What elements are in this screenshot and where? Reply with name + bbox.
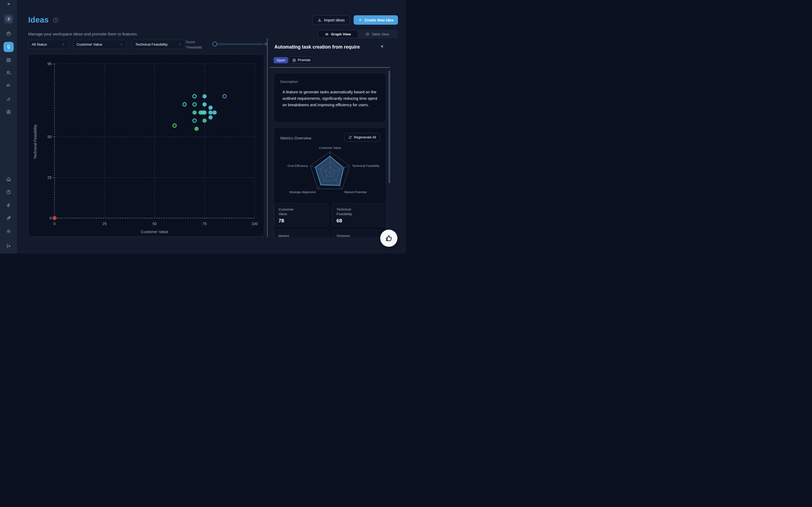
users-icon (6, 70, 11, 75)
idea-point[interactable] (209, 116, 212, 119)
idea-point[interactable] (53, 216, 56, 220)
idea-point[interactable] (209, 111, 212, 115)
idea-point[interactable] (173, 124, 176, 127)
sidebar-item-account[interactable] (6, 109, 11, 115)
dashboard-icon (6, 57, 11, 63)
sidebar-item-ideas[interactable] (3, 42, 14, 52)
idea-point[interactable] (193, 119, 196, 122)
idea-point[interactable] (193, 111, 197, 115)
ideas-scatter-panel: 02550950255075100Customer ValueTechnical… (28, 54, 264, 237)
panel-scrollbar[interactable] (389, 70, 390, 183)
status-badge[interactable]: Open (273, 57, 288, 63)
y-metric-select[interactable]: Technical Feasibility (132, 40, 185, 49)
y-tick-label: 95 (47, 62, 52, 66)
description-card: Description A feature to generate tasks … (273, 73, 386, 122)
metric-cards-grid: Customer Value78Technical Feasibility68M… (274, 203, 387, 237)
slider-handle[interactable] (212, 42, 217, 46)
sidebar-item-logout[interactable] (6, 243, 11, 249)
sidebar-item-dashboard[interactable] (6, 57, 11, 63)
chevron-up-down-icon (120, 43, 123, 46)
metric-card-label: Market Potential (278, 234, 303, 237)
metric-card-value: 78 (278, 218, 324, 224)
score-threshold-slider[interactable] (215, 43, 264, 45)
idea-point[interactable] (195, 127, 198, 131)
sun-icon (6, 229, 11, 234)
sidebar-item-integrations[interactable] (6, 83, 11, 89)
idea-point[interactable] (213, 111, 216, 115)
regenerate-all-button[interactable]: Regenerate All (344, 133, 380, 142)
scatter-chart: 02550950255075100Customer ValueTechnical… (29, 54, 264, 236)
plus-icon (358, 18, 362, 22)
chevron-up-down-icon (61, 43, 65, 46)
radar-axis-label: Strategic Alignment (289, 190, 316, 194)
metrics-card: Metrics Overview Regenerate All Customer… (273, 127, 386, 237)
radar-axis-label: Market Potential (344, 190, 366, 194)
idea-point[interactable] (209, 106, 212, 109)
thumbs-up-icon (385, 234, 393, 242)
import-ideas-button[interactable]: Import ideas (312, 15, 350, 25)
description-label: Description (280, 80, 298, 84)
sidebar-expand-button[interactable]: » (0, 1, 17, 6)
sidebar-item-analytics[interactable] (6, 96, 11, 101)
y-tick-label: 25 (47, 175, 52, 180)
x-metric-select[interactable]: Customer Value (73, 40, 127, 49)
idea-point[interactable] (203, 111, 206, 115)
score-threshold-label: Score Threshold: (186, 40, 202, 50)
promote-button[interactable]: Promote (289, 57, 314, 64)
metric-card: Technical Feasibility68 (332, 203, 387, 226)
tab-graph-view[interactable]: Graph View (318, 31, 358, 38)
sidebar: » J (0, 0, 17, 253)
table-icon (365, 32, 369, 36)
idea-point[interactable] (193, 103, 196, 106)
chevron-up-down-icon (178, 43, 182, 46)
idea-point[interactable] (223, 95, 226, 98)
sidebar-item-automation[interactable] (6, 203, 11, 208)
sidebar-item-products[interactable] (6, 31, 11, 37)
sidebar-item-help[interactable] (6, 189, 11, 195)
radar-chart: Customer ValueTechnical FeasibilityMarke… (274, 143, 387, 200)
sidebar-item-team[interactable] (6, 70, 11, 75)
sidebar-item-theme[interactable] (6, 229, 11, 234)
idea-point[interactable] (203, 119, 206, 123)
page-title: Ideas (28, 15, 49, 24)
cube-icon (6, 31, 11, 37)
idea-point[interactable] (203, 95, 206, 98)
tab-table-view[interactable]: Table View (358, 31, 397, 38)
create-new-idea-label: Create New Idea (364, 18, 393, 22)
header-divider (270, 67, 390, 68)
x-tick-label: 25 (102, 222, 107, 226)
close-icon[interactable]: × (379, 43, 385, 50)
score-threshold-value: 0 (265, 42, 267, 46)
sidebar-item-home[interactable] (6, 176, 11, 182)
bar-chart-icon (6, 96, 11, 101)
x-axis-title: Customer Value (141, 230, 168, 234)
status-filter-select[interactable]: All Status (28, 40, 68, 49)
lightbulb-icon (6, 44, 11, 50)
feedback-fab[interactable] (380, 230, 397, 247)
help-icon[interactable]: ? (53, 18, 58, 23)
idea-point[interactable] (183, 103, 186, 106)
idea-point[interactable] (203, 103, 206, 106)
metric-card-label: Strategic Alignment (337, 234, 361, 237)
tab-graph-view-label: Graph View (331, 32, 351, 36)
idea-title: Automating task creation from require (274, 44, 376, 50)
metric-card: Customer Value78 (274, 203, 328, 226)
y-axis-title: Technical Feasibility (33, 124, 37, 159)
promote-label: Promote (298, 58, 310, 62)
home-icon (6, 176, 11, 182)
y-tick-label: 50 (47, 135, 52, 139)
app-window: » J (0, 0, 406, 253)
lightning-icon (6, 203, 11, 208)
download-icon (317, 18, 322, 22)
radar-polygon (315, 156, 344, 186)
radar-axis-label: Cost Efficiency (288, 164, 308, 167)
idea-point[interactable] (193, 95, 196, 98)
rocket-icon (6, 215, 11, 221)
metrics-heading: Metrics Overview (280, 136, 311, 140)
avatar[interactable]: J (4, 14, 13, 24)
sidebar-item-launch[interactable] (6, 215, 11, 221)
page-subtitle: Manage your workspace ideas and promote … (28, 32, 138, 36)
metric-card: Strategic Alignment (332, 230, 387, 237)
create-new-idea-button[interactable]: Create New Idea (354, 15, 398, 25)
refresh-icon (348, 135, 352, 139)
